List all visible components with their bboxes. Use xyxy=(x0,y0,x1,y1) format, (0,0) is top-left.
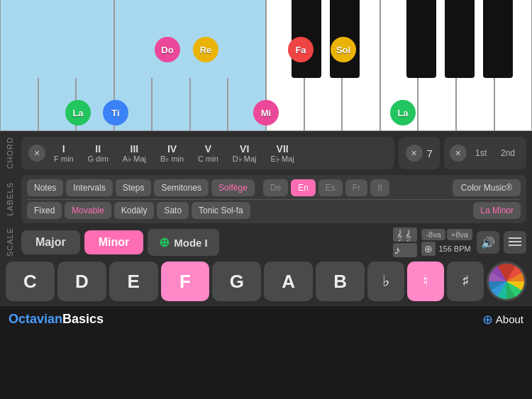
chord-inv-close-btn[interactable]: × xyxy=(450,145,467,162)
bass-clef-icon[interactable]: 𝅘𝅥𝅯𝅘𝅥𝅯𝅘𝅥𝅯 xyxy=(393,243,417,257)
svg-rect-4 xyxy=(509,241,521,242)
natural-btn[interactable]: ♮ xyxy=(407,262,444,301)
labels-divider xyxy=(27,199,521,200)
solfege-tonic-btn[interactable]: Tonic Sol-fa xyxy=(192,202,250,219)
note-key-c[interactable]: C xyxy=(6,262,55,301)
chord-item-6[interactable]: VI D♭ Maj xyxy=(227,142,262,165)
major-btn[interactable]: Major xyxy=(21,230,80,254)
white-key-13[interactable] xyxy=(456,0,494,131)
solfege-sol: Sol xyxy=(331,37,356,62)
about-btn[interactable]: ⊕ About xyxy=(482,312,523,327)
mode-label: Mode I xyxy=(174,237,208,249)
chord-inversion-2nd[interactable]: 2nd xyxy=(495,145,521,161)
app-name-basics: Basics xyxy=(62,312,104,326)
chord-close-btn[interactable]: × xyxy=(28,145,45,162)
solfege-la1: La xyxy=(65,100,91,125)
labels-label: Labels xyxy=(6,182,17,216)
solfege-fa: Fa xyxy=(288,37,314,62)
white-key-1[interactable] xyxy=(0,0,38,131)
mode-plus-icon: ⊕ xyxy=(159,235,170,250)
about-label: About xyxy=(496,313,523,325)
circle-of-fifths-icon xyxy=(489,264,524,299)
white-key-10[interactable] xyxy=(342,0,380,131)
chord-item-1[interactable]: I F min xyxy=(48,142,79,164)
label-solfege-btn[interactable]: Solfège xyxy=(211,179,255,196)
label-semitones-btn[interactable]: Semitones xyxy=(154,179,209,196)
lang-en-btn[interactable]: En xyxy=(291,179,316,196)
sharp-btn[interactable]: ♯ xyxy=(447,262,484,301)
svg-rect-3 xyxy=(509,237,521,239)
treble-clef-icon[interactable]: 𝄞 𝄞 xyxy=(393,227,417,242)
octave-up-btn[interactable]: +8va xyxy=(447,229,472,240)
chord-row: Chord × I F min II G dim III A♭ Maj IV B… xyxy=(6,135,526,171)
lang-it-btn[interactable]: It xyxy=(370,179,389,196)
lang-de-btn[interactable]: De xyxy=(263,179,288,196)
chord-inversion-box: × 1st 2nd xyxy=(444,137,526,169)
labels-bottom-row: Fixed Movable Kodály Sato Tonic Sol-fa L… xyxy=(27,202,521,219)
tempo-controls: -8va +8va ⊕ 156 BPM xyxy=(421,229,472,256)
solfege-la2: La xyxy=(390,100,416,125)
white-key-14[interactable] xyxy=(494,0,532,131)
scale-controls: Scale Major Minor ⊕ Mode I 𝄞 𝄞 𝅘𝅥𝅯𝅘𝅥𝅯 xyxy=(6,227,526,257)
chord-item-2[interactable]: II G dim xyxy=(82,142,114,164)
solfege-mi: Mi xyxy=(253,100,279,125)
chord-item-7[interactable]: VII E♭ Maj xyxy=(265,142,300,165)
note-key-a[interactable]: A xyxy=(264,262,313,301)
flat-btn[interactable]: ♭ xyxy=(367,262,404,301)
circle-of-fifths-btn[interactable] xyxy=(487,262,526,301)
chord-main-box: × I F min II G dim III A♭ Maj IV B♭ min … xyxy=(21,137,394,169)
about-plus-icon: ⊕ xyxy=(482,312,493,327)
solfege-movable-btn[interactable]: Movable xyxy=(65,202,111,219)
app-name: OctavianBasics xyxy=(9,312,104,327)
app-name-octavian: Octavian xyxy=(9,312,62,326)
chord-item-4[interactable]: IV B♭ min xyxy=(155,142,189,165)
labels-row: Labels Notes Intervals Steps Semitones S… xyxy=(6,175,526,223)
bottom-bar: OctavianBasics ⊕ About xyxy=(0,305,532,332)
bpm-display: 156 BPM xyxy=(438,245,470,253)
lang-fr-btn[interactable]: Fr xyxy=(345,179,367,196)
octave-row: -8va +8va xyxy=(421,229,472,240)
note-key-d[interactable]: D xyxy=(57,262,106,301)
svg-text:𝅘𝅥𝅯𝅘𝅥𝅯𝅘𝅥𝅯: 𝅘𝅥𝅯𝅘𝅥𝅯𝅘𝅥𝅯 xyxy=(395,247,399,254)
note-key-g[interactable]: G xyxy=(212,262,261,301)
solfege-do: Do xyxy=(155,37,180,62)
volume-btn[interactable]: 🔊 xyxy=(477,231,499,254)
note-key-b[interactable]: B xyxy=(316,262,365,301)
color-music-btn[interactable]: Color Music® xyxy=(453,179,521,196)
label-notes-btn[interactable]: Notes xyxy=(27,179,63,196)
white-key-12[interactable] xyxy=(418,0,456,131)
solfege-sato-btn[interactable]: Sato xyxy=(157,202,189,219)
solfege-kodaly-btn[interactable]: Kodály xyxy=(114,202,155,219)
note-keys-row: C D E F G A B ♭ ♮ ♯ xyxy=(6,262,526,301)
svg-text:𝄞: 𝄞 xyxy=(397,230,402,241)
list-icon xyxy=(509,237,521,247)
minor-btn[interactable]: Minor xyxy=(84,230,144,254)
label-intervals-btn[interactable]: Intervals xyxy=(66,179,112,196)
white-key-5[interactable] xyxy=(152,0,190,131)
white-key-9[interactable] xyxy=(304,0,343,131)
octave-down-btn[interactable]: -8va xyxy=(421,229,445,240)
chord-label: Chord xyxy=(6,137,17,169)
solfege-ti: Ti xyxy=(103,100,128,125)
lang-es-btn[interactable]: Es xyxy=(318,179,343,196)
note-key-e[interactable]: E xyxy=(109,262,158,301)
chord-number-close-btn[interactable]: × xyxy=(406,145,423,162)
mode-btn[interactable]: ⊕ Mode I xyxy=(148,229,219,256)
solfege-fixed-btn[interactable]: Fixed xyxy=(27,202,62,219)
white-key-6[interactable] xyxy=(190,0,228,131)
label-steps-btn[interactable]: Steps xyxy=(116,179,152,196)
list-btn[interactable] xyxy=(504,231,526,254)
controls-section: Chord × I F min II G dim III A♭ Maj IV B… xyxy=(0,131,532,305)
scale-label: Scale xyxy=(6,227,17,257)
chord-item-5[interactable]: V C min xyxy=(192,142,224,164)
volume-icon: 🔊 xyxy=(481,236,495,249)
svg-text:𝄞: 𝄞 xyxy=(405,230,411,241)
bpm-add-btn[interactable]: ⊕ xyxy=(421,242,436,256)
note-key-f[interactable]: F xyxy=(161,262,210,301)
solfege-re: Re xyxy=(193,37,218,62)
chord-inversion-1st[interactable]: 1st xyxy=(470,145,492,161)
labels-top-row: Notes Intervals Steps Semitones Solfège … xyxy=(27,179,521,196)
solfege-la-minor-btn[interactable]: La Minor xyxy=(473,202,521,219)
svg-rect-5 xyxy=(509,245,521,246)
chord-item-3[interactable]: III A♭ Maj xyxy=(117,142,152,165)
